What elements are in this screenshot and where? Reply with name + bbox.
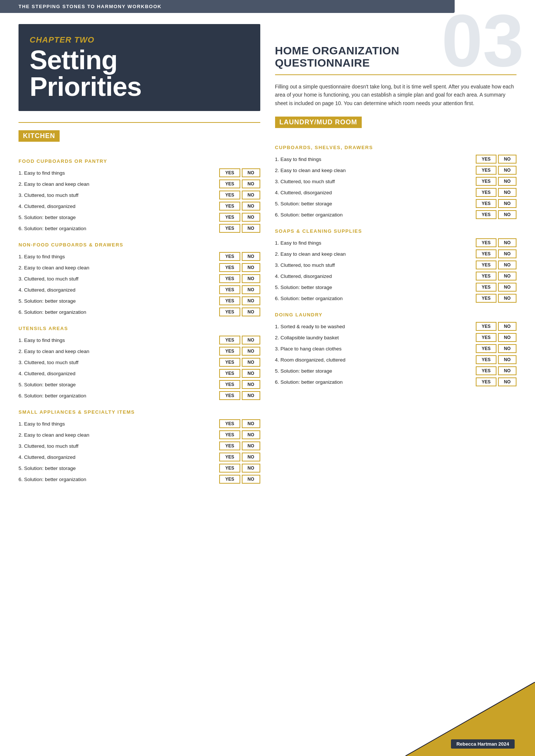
no-button[interactable]: NO (498, 261, 516, 269)
q-item: 1. Easy to find things YES NO (19, 168, 260, 177)
kitchen-heading: KITCHEN (19, 130, 60, 142)
no-button[interactable]: NO (498, 188, 516, 197)
no-button[interactable]: NO (242, 263, 260, 272)
yes-button[interactable]: YES (476, 177, 496, 186)
no-button[interactable]: NO (498, 177, 516, 186)
yes-button[interactable]: YES (219, 224, 240, 233)
no-button[interactable]: NO (242, 369, 260, 378)
yes-button[interactable]: YES (476, 238, 496, 247)
yes-button[interactable]: YES (476, 199, 496, 208)
yes-button[interactable]: YES (219, 358, 240, 367)
yes-button[interactable]: YES (219, 453, 240, 461)
yes-button[interactable]: YES (219, 347, 240, 356)
no-button[interactable]: NO (242, 336, 260, 345)
no-button[interactable]: NO (242, 274, 260, 283)
yes-button[interactable]: YES (219, 285, 240, 294)
no-button[interactable]: NO (498, 166, 516, 175)
yes-button[interactable]: YES (476, 188, 496, 197)
no-button[interactable]: NO (242, 358, 260, 367)
no-button[interactable]: NO (498, 344, 516, 353)
no-button[interactable]: NO (242, 168, 260, 177)
no-button[interactable]: NO (498, 272, 516, 280)
q-item: 6. Solution: better organization YES NO (19, 391, 260, 400)
q-buttons: YES NO (219, 263, 260, 272)
yes-button[interactable]: YES (476, 366, 496, 375)
no-button[interactable]: NO (242, 464, 260, 473)
yes-button[interactable]: YES (219, 441, 240, 450)
no-button[interactable]: NO (498, 322, 516, 331)
no-button[interactable]: NO (498, 355, 516, 364)
no-button[interactable]: NO (242, 391, 260, 400)
no-button[interactable]: NO (242, 285, 260, 294)
yes-button[interactable]: YES (219, 296, 240, 305)
no-button[interactable]: NO (242, 191, 260, 199)
q-item: 4. Cluttered, disorganized YES NO (19, 369, 260, 378)
yes-button[interactable]: YES (219, 336, 240, 345)
q-item: 6. Solution: better organization YES NO (19, 308, 260, 316)
small-appliances-section: SMALL APPLIANCES & SPECIALTY ITEMS 1. Ea… (19, 409, 260, 484)
q-buttons: YES NO (219, 336, 260, 345)
no-button[interactable]: NO (242, 380, 260, 389)
yes-button[interactable]: YES (219, 263, 240, 272)
no-button[interactable]: NO (242, 453, 260, 461)
yes-button[interactable]: YES (476, 344, 496, 353)
yes-button[interactable]: YES (219, 213, 240, 222)
yes-button[interactable]: YES (219, 308, 240, 316)
no-button[interactable]: NO (498, 333, 516, 342)
yes-button[interactable]: YES (219, 179, 240, 188)
no-button[interactable]: NO (498, 283, 516, 292)
yes-button[interactable]: YES (476, 322, 496, 331)
no-button[interactable]: NO (498, 155, 516, 164)
yes-button[interactable]: YES (476, 283, 496, 292)
no-button[interactable]: NO (498, 294, 516, 303)
q-buttons: YES NO (476, 166, 516, 175)
yes-button[interactable]: YES (476, 210, 496, 219)
yes-button[interactable]: YES (476, 294, 496, 303)
yes-button[interactable]: YES (476, 333, 496, 342)
yes-button[interactable]: YES (476, 155, 496, 164)
no-button[interactable]: NO (498, 199, 516, 208)
yes-button[interactable]: YES (219, 380, 240, 389)
no-button[interactable]: NO (242, 252, 260, 261)
yes-button[interactable]: YES (219, 168, 240, 177)
no-button[interactable]: NO (498, 249, 516, 258)
yes-button[interactable]: YES (219, 252, 240, 261)
yes-button[interactable]: YES (219, 274, 240, 283)
yes-button[interactable]: YES (219, 369, 240, 378)
yes-button[interactable]: YES (476, 249, 496, 258)
no-button[interactable]: NO (242, 419, 260, 428)
yes-button[interactable]: YES (219, 202, 240, 211)
q-item: 3. Cluttered, too much stuff YES NO (19, 191, 260, 199)
no-button[interactable]: NO (242, 179, 260, 188)
yes-button[interactable]: YES (219, 475, 240, 484)
no-button[interactable]: NO (242, 224, 260, 233)
no-button[interactable]: NO (242, 213, 260, 222)
no-button[interactable]: NO (242, 441, 260, 450)
q-buttons: YES NO (476, 177, 516, 186)
yes-button[interactable]: YES (219, 391, 240, 400)
yes-button[interactable]: YES (219, 419, 240, 428)
yes-button[interactable]: YES (476, 166, 496, 175)
yes-button[interactable]: YES (219, 430, 240, 439)
yes-button[interactable]: YES (476, 261, 496, 269)
no-button[interactable]: NO (242, 202, 260, 211)
q-item: 5. Solution: better storage YES NO (19, 296, 260, 305)
yes-button[interactable]: YES (219, 191, 240, 199)
right-column: HOME ORGANIZATION QUESTIONNAIRE Filling … (275, 24, 517, 487)
no-button[interactable]: NO (242, 296, 260, 305)
no-button[interactable]: NO (242, 475, 260, 484)
no-button[interactable]: NO (242, 430, 260, 439)
yes-button[interactable]: YES (476, 377, 496, 386)
no-button[interactable]: NO (498, 377, 516, 386)
q-item: 3. Place to hang clean clothes YES NO (275, 344, 517, 353)
q-item: 2. Collapsible laundry basket YES NO (275, 333, 517, 342)
q-item: 5. Solution: better storage YES NO (275, 199, 517, 208)
no-button[interactable]: NO (242, 308, 260, 316)
no-button[interactable]: NO (498, 238, 516, 247)
yes-button[interactable]: YES (476, 355, 496, 364)
no-button[interactable]: NO (498, 210, 516, 219)
no-button[interactable]: NO (498, 366, 516, 375)
yes-button[interactable]: YES (476, 272, 496, 280)
yes-button[interactable]: YES (219, 464, 240, 473)
no-button[interactable]: NO (242, 347, 260, 356)
